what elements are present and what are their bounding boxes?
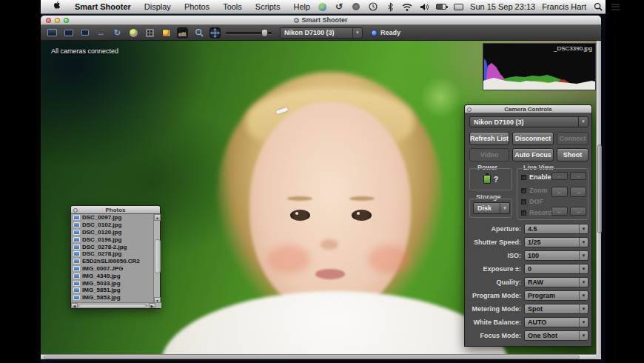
window-title-bar[interactable]: Smart Shooter [41,16,601,25]
live-view-row-dof: DOF [521,198,543,205]
scroll-left-icon[interactable]: ◀ [71,303,78,308]
exposure-dropdown[interactable]: 0▼ [524,264,588,274]
grid-overlay-icon[interactable] [144,27,155,39]
clock-icon[interactable] [368,1,378,12]
apple-menu[interactable] [47,0,68,14]
focus-near-button[interactable]: ← [551,207,568,216]
scrollbar-thumb[interactable] [78,304,147,308]
globe-status-icon[interactable] [317,1,327,12]
metering-mode-dropdown[interactable]: Spot▼ [524,304,588,314]
list-item[interactable]: DSC_0120.jpg [72,229,155,236]
photo-palette-icon[interactable] [161,27,172,39]
scroll-right-icon[interactable]: ▶ [149,303,155,308]
chevron-down-icon: ▼ [579,251,588,260]
screen: Smart Shooter Display Photos Tools Scrip… [0,0,644,363]
shoot-button[interactable]: Shoot [557,148,588,161]
iso-dropdown[interactable]: 100▼ [524,250,588,261]
photo-cheek-left [267,245,310,273]
camera-select-dropdown[interactable]: Nikon D7100 (3) ▼ [469,116,588,127]
list-item[interactable]: IMG_4349.jpg [72,272,155,279]
white-balance-dropdown[interactable]: AUTO▼ [524,317,588,327]
pan-tool-icon[interactable] [209,27,221,39]
connect-button: Connect [557,132,588,145]
quality-dropdown[interactable]: RAW▼ [524,277,588,287]
quality-label: Quality: [465,277,521,287]
menu-bar: Smart Shooter Display Photos Tools Scrip… [41,0,606,14]
zoom-slider-thumb[interactable] [261,29,268,37]
window-horizontal-scrollbar[interactable] [41,354,596,359]
color-ball-icon[interactable] [128,27,139,39]
fit-window-icon[interactable] [63,27,74,39]
battery-icon[interactable] [436,1,446,12]
photos-panel-title-bar[interactable]: Photos [71,206,160,214]
pan-right-button[interactable]: → [570,187,586,197]
panel-close-icon[interactable] [73,208,78,213]
chevron-down-icon: ▼ [579,264,588,273]
panel-close-icon[interactable] [467,107,472,112]
menu-item-display[interactable]: Display [138,0,178,14]
disconnect-button[interactable]: Disconnect [512,132,554,145]
list-item[interactable]: DSC_0097.jpg [72,214,155,222]
display-preferences-icon[interactable] [453,1,463,12]
list-item[interactable]: DSC_0278-2.jpg [72,243,155,250]
list-item[interactable]: IMG_5033.jpg [72,279,155,287]
wifi-icon[interactable] [402,1,412,12]
spotlight-search-icon[interactable] [593,1,603,12]
menu-item-help[interactable]: Help [286,0,317,14]
histogram-toggle-icon[interactable] [177,27,188,39]
menu-item-photos[interactable]: Photos [178,0,216,14]
fit-width-icon[interactable]: ↔ [95,27,107,39]
nudge-left-button: ← [551,172,568,180]
volume-icon[interactable] [419,1,429,12]
scrollbar-thumb[interactable] [155,239,161,273]
user-menu[interactable]: Francis Hart [542,2,586,11]
zoom-loupe-icon[interactable] [193,27,204,39]
window-title: Smart Shooter [41,16,601,24]
menu-clock[interactable]: Sun 15 Sep 23:13 [470,2,535,11]
scrollbar-corner [596,354,601,359]
scroll-up-icon[interactable]: ▲ [154,214,161,221]
photo-viewer[interactable]: All cameras connected _DSC3390.jpg Photo… [41,41,596,354]
photos-vertical-scrollbar[interactable]: ▲ ▼ [153,214,160,304]
enable-checkbox[interactable] [521,175,526,180]
focus-mode-dropdown[interactable]: One Shot▼ [524,330,588,341]
time-machine-icon[interactable]: ↺ [334,1,344,12]
photo-file-icon [73,266,80,271]
shutter-speed-dropdown[interactable]: 1/25▼ [524,237,588,247]
menu-item-app[interactable]: Smart Shooter [68,0,138,14]
focus-far-button[interactable]: → [570,207,586,216]
list-item[interactable]: E5D2hSLI00050.CR2 [72,258,155,265]
list-item[interactable]: IMG_5853.jpg [72,294,155,302]
zoom-slider[interactable] [226,27,272,39]
auto-focus-button[interactable]: Auto Focus [512,148,554,161]
list-item[interactable]: DSC_0102.jpg [72,222,155,229]
storage-disk-dropdown[interactable]: Disk ▼ [473,202,510,214]
setting-row-white-balance: White Balance: AUTO▼ [465,317,593,327]
refresh-list-button[interactable]: Refresh List [469,132,509,145]
program-mode-dropdown[interactable]: Program▼ [524,290,588,301]
scrollbar-thumb[interactable] [597,144,602,233]
menu-item-scripts[interactable]: Scripts [249,0,287,14]
image-view-icon[interactable] [47,27,58,39]
aperture-dropdown[interactable]: 4.5▼ [524,224,588,234]
list-item[interactable]: DSC_0278.jpg [72,250,155,258]
scrollbar-thumb[interactable] [44,356,580,360]
toolbar-camera-select[interactable]: Nikon D7100 (3) ▼ [280,27,363,39]
notification-center-icon[interactable] [610,1,620,12]
list-item[interactable]: DSC_0196.jpg [72,236,155,243]
status-ready-label: Ready [380,29,400,36]
camera-controls-title-bar[interactable]: Camera Controls [465,105,591,113]
chevron-down-icon: ▼ [579,304,588,313]
photos-horizontal-scrollbar[interactable]: ◀ ▶ [71,302,161,308]
pan-left-button[interactable]: ← [551,187,568,197]
list-item[interactable]: IMG_0007.JPG [72,265,155,273]
bluetooth-icon[interactable] [385,1,395,12]
rotate-refresh-icon[interactable]: ↻ [112,27,123,39]
photo-eye-left [290,210,310,221]
setting-row-program-mode: Program Mode: Program▼ [465,290,593,301]
menu-item-tools[interactable]: Tools [216,0,249,14]
status-circle-icon[interactable] [351,1,361,12]
actual-size-icon[interactable] [79,27,90,39]
list-item[interactable]: IMG_5851.jpg [72,287,155,294]
window-vertical-scrollbar[interactable] [596,41,601,354]
